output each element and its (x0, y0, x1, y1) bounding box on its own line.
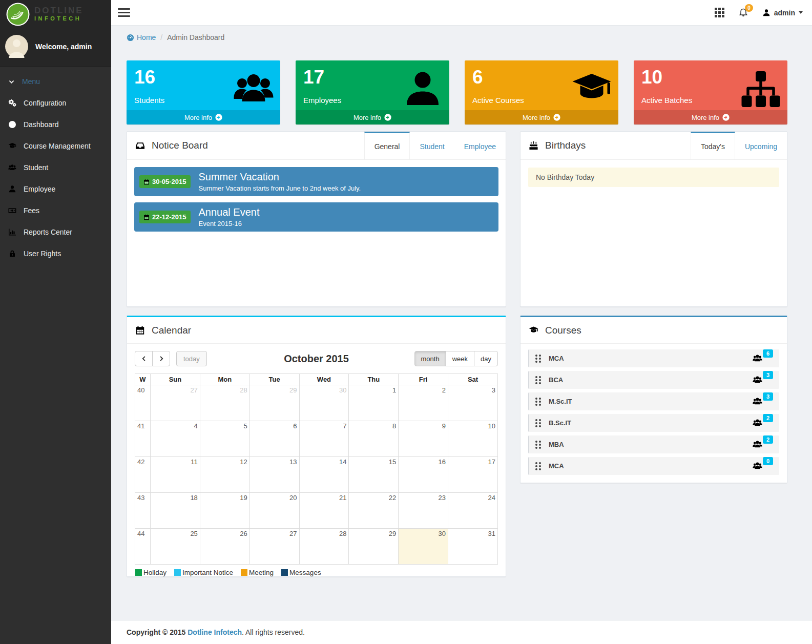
company-link[interactable]: Dotline Infotech (188, 628, 242, 636)
tab-upcoming[interactable]: Upcoming (735, 132, 787, 159)
calendar-day-cell[interactable]: 5 (200, 421, 249, 457)
calendar-day-cell[interactable]: 10 (448, 421, 498, 457)
day-number: 23 (399, 493, 448, 503)
more-info-link[interactable]: More info (127, 110, 280, 124)
calendar-day-cell[interactable]: 14 (299, 457, 349, 493)
drag-handle-icon[interactable] (535, 441, 541, 449)
courses-title: Courses (545, 325, 581, 336)
sidebar-item-course-management[interactable]: Course Management (0, 135, 111, 157)
calendar-day-cell[interactable]: 28 (299, 529, 349, 565)
tab-general[interactable]: General (364, 132, 410, 159)
calendar-day-cell[interactable]: 26 (200, 529, 249, 565)
calendar-day-cell[interactable]: 31 (448, 529, 498, 565)
course-row[interactable]: MBA 2 (528, 435, 779, 453)
calendar-day-cell[interactable]: 13 (249, 457, 299, 493)
drag-handle-icon[interactable] (535, 376, 541, 384)
sidebar-item-employee[interactable]: Employee (0, 178, 111, 200)
notice-date: 22-12-2015 (152, 213, 186, 221)
user-dropdown[interactable]: admin (762, 9, 803, 17)
calendar-day-cell[interactable]: 24 (448, 493, 498, 529)
legend-label: Meeting (249, 569, 274, 576)
drag-handle-icon[interactable] (535, 355, 541, 363)
legend-swatch (135, 569, 142, 576)
calendar-next-button[interactable] (152, 351, 170, 366)
gears-icon (8, 99, 16, 107)
apps-grid-icon[interactable] (715, 8, 724, 17)
tab-today-s[interactable]: Today's (691, 132, 735, 159)
birthdays-title: Birthdays (545, 140, 586, 151)
calendar-day-cell[interactable]: 27 (249, 529, 299, 565)
course-count-badge: 6 (763, 349, 773, 358)
calendar-day-cell[interactable]: 1 (349, 385, 399, 421)
calendar-day-cell[interactable]: 20 (249, 493, 299, 529)
calendar-day-cell[interactable]: 17 (448, 457, 498, 493)
calendar-day-cell[interactable]: 23 (399, 493, 448, 529)
calendar-day-cell[interactable]: 25 (151, 529, 200, 565)
course-row[interactable]: M.Sc.IT 3 (528, 392, 779, 410)
calendar-day-cell[interactable]: 22 (349, 493, 399, 529)
calendar-day-cell[interactable]: 8 (349, 421, 399, 457)
tab-student[interactable]: Student (410, 132, 454, 159)
calendar-day-cell[interactable]: 2 (399, 385, 448, 421)
legend-item-meeting: Meeting (241, 569, 274, 576)
legend-item-holiday: Holiday (135, 569, 166, 576)
calendar-day-cell[interactable]: 30 (299, 385, 349, 421)
calendar-day-cell[interactable]: 11 (151, 457, 200, 493)
calendar-day-cell[interactable]: 28 (200, 385, 249, 421)
legend-swatch (174, 569, 181, 576)
calendar-day-cell[interactable]: 29 (349, 529, 399, 565)
calendar-day-cell[interactable]: 15 (349, 457, 399, 493)
lock-icon (8, 250, 16, 258)
chevron-right-icon (158, 356, 164, 362)
course-row[interactable]: MCA 6 (528, 349, 779, 367)
more-info-link[interactable]: More info (296, 110, 449, 124)
drag-handle-icon[interactable] (535, 398, 541, 406)
course-row[interactable]: MCA 0 (528, 457, 779, 475)
drag-handle-icon[interactable] (535, 419, 541, 427)
calendar-prev-button[interactable] (135, 351, 153, 366)
notice-item[interactable]: 22-12-2015 Annual Event Event 2015-16 (134, 202, 498, 232)
sidebar-item-label: User Rights (24, 250, 61, 258)
calendar-day-cell[interactable]: 7 (299, 421, 349, 457)
calendar-today-button[interactable]: today (176, 351, 207, 366)
calendar-icon (135, 325, 145, 335)
sidebar-item-configuration[interactable]: Configuration (0, 92, 111, 114)
calendar-view-month[interactable]: month (414, 351, 446, 366)
calendar-day-cell[interactable]: 18 (151, 493, 200, 529)
day-number: 28 (300, 529, 349, 538)
more-info-link[interactable]: More info (634, 110, 787, 124)
calendar-day-cell[interactable]: 21 (299, 493, 349, 529)
info-box-active-batches: 10 Active Batches More info (634, 60, 787, 124)
notice-item[interactable]: 30-05-2015 Summer Vacation Summer Vacati… (134, 167, 498, 196)
course-row[interactable]: BCA 3 (528, 371, 779, 389)
calendar-day-cell-today[interactable]: 30 (399, 529, 448, 565)
calendar-day-cell[interactable]: 27 (151, 385, 200, 421)
calendar-view-day[interactable]: day (474, 351, 498, 366)
more-info-link[interactable]: More info (465, 110, 618, 124)
breadcrumb-home-link[interactable]: Home (127, 33, 156, 41)
day-number: 21 (300, 493, 349, 503)
calendar-view-week[interactable]: week (446, 351, 474, 366)
calendar-day-cell[interactable]: 19 (200, 493, 249, 529)
notifications-bell-icon[interactable]: 0 (739, 8, 748, 17)
calendar-day-cell[interactable]: 16 (399, 457, 448, 493)
sidebar-item-student[interactable]: Student (0, 157, 111, 178)
calendar-day-cell[interactable]: 6 (249, 421, 299, 457)
sidebar-item-fees[interactable]: Fees (0, 200, 111, 221)
tab-employee[interactable]: Employee (454, 132, 506, 159)
day-number: 27 (151, 385, 200, 395)
calendar-day-cell[interactable]: 3 (448, 385, 498, 421)
sidebar-item-user-rights[interactable]: User Rights (0, 243, 111, 264)
sidebar-menu-header[interactable]: Menu (0, 71, 111, 92)
calendar-day-cell[interactable]: 4 (151, 421, 200, 457)
birthdays-panel: Birthdays Today'sUpcoming No Birthday To… (520, 131, 787, 307)
calendar-day-cell[interactable]: 9 (399, 421, 448, 457)
calendar-day-cell[interactable]: 12 (200, 457, 249, 493)
calendar-day-cell[interactable]: 29 (249, 385, 299, 421)
sidebar-toggle-icon[interactable] (118, 6, 130, 19)
sidebar-item-reports-center[interactable]: Reports Center (0, 221, 111, 243)
drag-handle-icon[interactable] (535, 462, 541, 470)
sidebar-item-label: Course Management (24, 142, 91, 150)
sidebar-item-dashboard[interactable]: Dashboard (0, 114, 111, 135)
course-row[interactable]: B.Sc.IT 2 (528, 414, 779, 432)
